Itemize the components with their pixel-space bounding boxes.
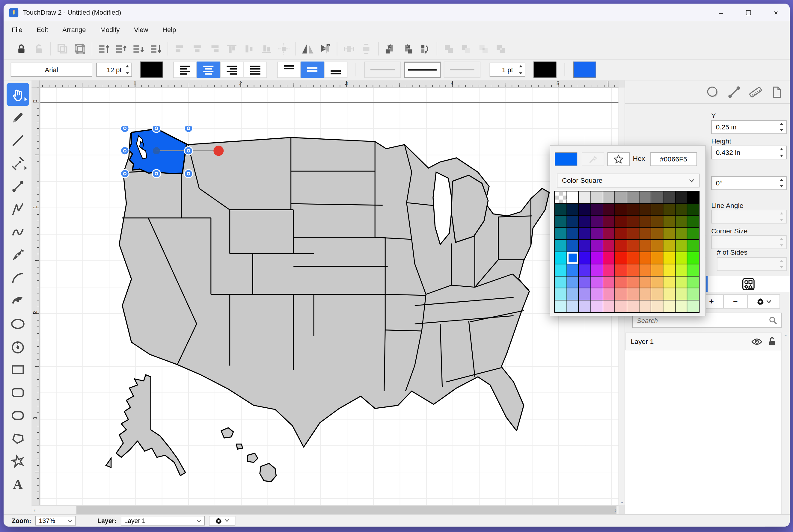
color-swatch[interactable] <box>663 216 675 227</box>
color-swatch[interactable] <box>603 276 615 288</box>
color-swatch[interactable] <box>627 252 639 264</box>
color-swatch[interactable] <box>639 301 651 312</box>
color-swatch[interactable] <box>676 288 687 300</box>
font-family-select[interactable]: Arial <box>11 63 92 77</box>
color-swatch[interactable] <box>567 240 579 252</box>
color-swatch[interactable] <box>639 240 651 252</box>
color-swatch[interactable] <box>579 216 591 227</box>
text-tool[interactable]: A <box>6 473 29 496</box>
selection-handle[interactable] <box>120 169 129 178</box>
color-swatch[interactable] <box>663 228 675 240</box>
color-swatch[interactable] <box>687 240 699 252</box>
color-swatch[interactable] <box>687 301 699 312</box>
color-swatch[interactable] <box>555 228 567 240</box>
color-swatch[interactable] <box>687 191 699 203</box>
color-swatch[interactable] <box>591 264 603 276</box>
color-swatch[interactable] <box>591 240 603 252</box>
tab-line-style[interactable] <box>724 83 744 101</box>
align-text-center-button[interactable] <box>197 62 220 78</box>
color-swatch[interactable] <box>639 276 651 288</box>
color-swatch[interactable] <box>579 204 591 215</box>
line-stroke-style-button[interactable] <box>404 62 441 78</box>
color-swatch[interactable] <box>591 204 603 215</box>
pen-tool[interactable] <box>6 244 29 267</box>
color-swatch[interactable] <box>615 301 627 312</box>
align-text-left-button[interactable] <box>173 62 197 78</box>
layer-select[interactable]: Layer 1 <box>121 516 205 526</box>
arc-3point-tool[interactable] <box>6 289 29 312</box>
tab-shape-style[interactable] <box>703 83 723 101</box>
color-swatch[interactable] <box>651 216 663 227</box>
color-swatch[interactable] <box>555 216 567 227</box>
color-swatch[interactable] <box>567 264 579 276</box>
color-swatch[interactable] <box>651 288 663 300</box>
color-swatch[interactable] <box>603 252 615 264</box>
color-swatch[interactable] <box>567 191 579 203</box>
pencil-tool[interactable] <box>6 106 29 129</box>
color-swatch[interactable] <box>627 276 639 288</box>
color-swatch[interactable] <box>567 204 579 215</box>
color-swatch[interactable] <box>627 191 639 203</box>
color-swatch[interactable] <box>603 228 615 240</box>
color-swatch[interactable] <box>627 301 639 312</box>
color-swatch[interactable] <box>603 264 615 276</box>
alaska-state[interactable] <box>116 375 185 476</box>
selection-handle[interactable] <box>184 127 193 133</box>
color-swatch[interactable] <box>639 191 651 203</box>
selection-handle[interactable] <box>184 169 193 178</box>
stroke-width-stepper[interactable]: 1 pt <box>490 63 525 77</box>
current-color-swatch[interactable] <box>555 152 577 166</box>
stroke-color-swatch[interactable] <box>533 62 556 78</box>
color-swatch[interactable] <box>615 264 627 276</box>
selection-handle[interactable] <box>184 146 193 155</box>
rotate-free-icon[interactable] <box>418 42 431 55</box>
tab-shape-library[interactable] <box>707 276 790 292</box>
color-swatch[interactable] <box>687 264 699 276</box>
canvas-horizontal-scrollbar[interactable]: ‹ › <box>32 505 618 514</box>
color-swatch[interactable] <box>603 204 615 215</box>
color-swatch[interactable] <box>591 301 603 312</box>
color-swatch[interactable] <box>627 204 639 215</box>
color-swatch[interactable] <box>555 191 567 203</box>
color-swatch[interactable] <box>687 228 699 240</box>
color-swatch[interactable] <box>615 216 627 227</box>
color-swatch[interactable] <box>663 252 675 264</box>
color-swatch[interactable] <box>676 216 687 227</box>
color-swatch[interactable] <box>676 228 687 240</box>
flip-vertical-icon[interactable] <box>318 42 332 55</box>
selection-center-point[interactable] <box>153 147 160 154</box>
dimension-tool[interactable] <box>6 152 29 175</box>
send-backward-icon[interactable] <box>132 42 145 55</box>
layer-settings-button[interactable] <box>748 294 780 309</box>
color-swatch[interactable] <box>591 191 603 203</box>
send-to-back-icon[interactable] <box>149 42 163 55</box>
rotation-handle[interactable] <box>214 146 224 156</box>
color-swatch[interactable] <box>676 301 687 312</box>
color-swatch[interactable] <box>591 276 603 288</box>
color-swatch[interactable] <box>639 288 651 300</box>
color-swatch[interactable] <box>663 264 675 276</box>
height-field[interactable]: 0.432 in <box>711 146 787 159</box>
color-swatch[interactable] <box>687 276 699 288</box>
color-swatch[interactable] <box>651 191 663 203</box>
color-swatch[interactable] <box>591 288 603 300</box>
color-swatch[interactable] <box>567 228 579 240</box>
lock-open-icon[interactable] <box>769 337 776 346</box>
color-swatch[interactable] <box>579 240 591 252</box>
color-swatch[interactable] <box>555 252 567 264</box>
visibility-eye-icon[interactable] <box>752 338 762 345</box>
ellipse-tool[interactable] <box>6 312 29 335</box>
selection-handle[interactable] <box>120 146 129 155</box>
color-swatch[interactable] <box>639 216 651 227</box>
polygon-tool[interactable] <box>6 427 29 450</box>
color-swatch[interactable] <box>615 191 627 203</box>
color-swatch[interactable] <box>687 288 699 300</box>
drawing-canvas[interactable] <box>40 88 619 505</box>
y-field[interactable]: 0.25 in <box>711 120 787 134</box>
rounded-rectangle-tool[interactable] <box>6 381 29 404</box>
color-swatch[interactable] <box>663 191 675 203</box>
rotation-field[interactable]: 0° <box>711 176 787 190</box>
curve-tool[interactable] <box>6 221 29 244</box>
color-swatch[interactable] <box>687 204 699 215</box>
color-swatch[interactable] <box>603 216 615 227</box>
